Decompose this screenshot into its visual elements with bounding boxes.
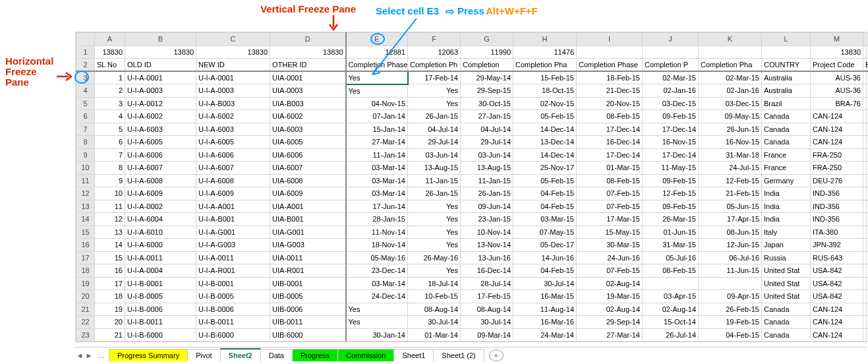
cell[interactable]: 11-Jun-15: [699, 264, 762, 278]
cell[interactable]: 30-Jul-14: [461, 316, 513, 329]
cell[interactable]: 09-Mar-14: [461, 328, 513, 342]
cell[interactable]: 679: [863, 316, 869, 329]
cell[interactable]: 26-Mar-15: [643, 213, 699, 226]
cell[interactable]: U-I-A-B003: [196, 97, 270, 110]
row-header[interactable]: 16: [76, 239, 95, 252]
col-header-N[interactable]: N: [863, 33, 869, 46]
cell[interactable]: 04-Feb-15: [513, 264, 577, 278]
row-header[interactable]: 21: [76, 303, 95, 316]
cell[interactable]: 03-Mar-15: [513, 213, 577, 226]
cell[interactable]: IND-356: [811, 187, 863, 200]
cell[interactable]: 366: [863, 136, 869, 149]
cell[interactable]: 366: [863, 148, 869, 162]
cell[interactable]: -: [863, 328, 869, 342]
tab-progress[interactable]: Progress: [292, 349, 338, 361]
cell[interactable]: 29-May-14: [461, 71, 513, 84]
cell[interactable]: 26-Jun-15: [699, 123, 762, 136]
cell[interactable]: -: [863, 162, 869, 175]
cell[interactable]: 29-Sep-14: [577, 316, 643, 329]
tab-overflow[interactable]: …: [94, 351, 109, 359]
cell[interactable]: 29-Jul-14: [461, 136, 513, 149]
cell[interactable]: 11-Jan-15: [461, 174, 513, 187]
cell[interactable]: CAN-124: [811, 303, 863, 316]
cell[interactable]: 05-Jul-16: [643, 251, 699, 264]
row-header[interactable]: 7: [76, 123, 95, 136]
col-header-G[interactable]: G: [461, 33, 513, 46]
cell[interactable]: India: [762, 187, 811, 200]
cell[interactable]: 08-Aug-14: [408, 303, 461, 316]
cell[interactable]: Completion P: [643, 59, 699, 72]
cell[interactable]: -: [863, 226, 869, 239]
cell[interactable]: USA-842: [811, 277, 863, 290]
cell[interactable]: 03-Dec-15: [699, 97, 762, 110]
cell[interactable]: 25-Nov-17: [513, 162, 577, 175]
cell[interactable]: 24-Dec-14: [346, 290, 408, 303]
cell[interactable]: U-I-B-0001: [196, 277, 270, 290]
tab-sheet1[interactable]: Sheet1: [393, 349, 434, 361]
cell[interactable]: 5: [95, 123, 125, 136]
cell[interactable]: SL No: [95, 59, 125, 72]
cell[interactable]: 26-Jul-14: [643, 328, 699, 342]
cell[interactable]: Project Code: [811, 59, 863, 72]
cell[interactable]: [699, 46, 762, 59]
cell[interactable]: UIA-6006: [270, 148, 346, 162]
cell[interactable]: 17-Jun-14: [346, 200, 408, 213]
cell[interactable]: 11476: [513, 46, 577, 59]
cell[interactable]: -: [863, 264, 869, 278]
cell[interactable]: BRA-76: [811, 97, 863, 110]
cell[interactable]: 27-Mar-14: [346, 136, 408, 149]
cell[interactable]: -: [863, 110, 869, 123]
tab-data[interactable]: Data: [260, 349, 293, 361]
new-sheet-button[interactable]: +: [489, 349, 504, 361]
cell[interactable]: United Stat: [762, 290, 811, 303]
cell[interactable]: U-I-A-0004: [125, 264, 196, 278]
cell[interactable]: 13-Aug-15: [408, 162, 461, 175]
cell[interactable]: U-I-A-6009: [125, 187, 196, 200]
cell[interactable]: U-I-B-0011: [196, 316, 270, 329]
cell[interactable]: 13-Dec-14: [513, 136, 577, 149]
cell[interactable]: U-I-A-6008: [125, 174, 196, 187]
cell[interactable]: United Stat: [762, 277, 811, 290]
cell[interactable]: NEW ID: [196, 59, 270, 72]
cell[interactable]: [643, 46, 699, 59]
row-header[interactable]: 22: [76, 316, 95, 329]
cell[interactable]: 13830: [125, 46, 196, 59]
cell[interactable]: OLD ID: [125, 59, 196, 72]
cell[interactable]: 01-Jun-15: [643, 226, 699, 239]
cell[interactable]: 26-Jan-15: [461, 187, 513, 200]
cell[interactable]: 02-Mar-15: [699, 71, 762, 84]
cell[interactable]: Yes: [346, 316, 408, 329]
cell[interactable]: 27-Mar-14: [577, 328, 643, 342]
cell[interactable]: 23-Jan-15: [461, 213, 513, 226]
col-header-K[interactable]: K: [699, 33, 762, 46]
cell[interactable]: 04-Jul-14: [461, 123, 513, 136]
cell[interactable]: 16-Mar-15: [513, 290, 577, 303]
cell[interactable]: 13830: [270, 46, 346, 59]
cell[interactable]: France: [762, 162, 811, 175]
cell[interactable]: 13830: [811, 46, 863, 59]
cell[interactable]: 13: [95, 226, 125, 239]
cell[interactable]: 19-Feb-15: [699, 316, 762, 329]
cell[interactable]: 02-Aug-14: [577, 303, 643, 316]
cell[interactable]: IND-356: [811, 213, 863, 226]
cell[interactable]: Yes: [408, 97, 461, 110]
row-header[interactable]: 10: [76, 162, 95, 175]
cell[interactable]: 03-Mar-14: [346, 187, 408, 200]
col-header-H[interactable]: H: [513, 33, 577, 46]
cell[interactable]: Yes: [408, 200, 461, 213]
cell[interactable]: 679: [863, 277, 869, 290]
col-header-M[interactable]: M: [811, 33, 863, 46]
cell[interactable]: Business: [863, 59, 869, 72]
cell[interactable]: 11-May-15: [643, 162, 699, 175]
cell[interactable]: Completion Phase: [577, 59, 643, 72]
cell[interactable]: 17: [95, 277, 125, 290]
cell[interactable]: 21: [95, 328, 125, 342]
cell[interactable]: 06-Jul-16: [699, 251, 762, 264]
tab-progress-summary[interactable]: Progress Summary: [109, 349, 188, 361]
cell[interactable]: 03-Jun-14: [408, 148, 461, 162]
cell[interactable]: U-I-B-0011: [125, 316, 196, 329]
col-header-C[interactable]: C: [196, 33, 270, 46]
cell[interactable]: India: [762, 213, 811, 226]
cell[interactable]: U-I-A-6003: [196, 123, 270, 136]
cell[interactable]: 16-Mar-16: [513, 316, 577, 329]
